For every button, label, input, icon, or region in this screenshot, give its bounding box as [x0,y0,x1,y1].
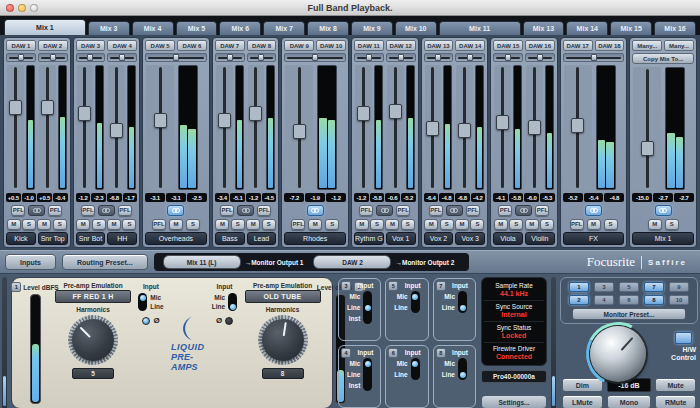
track-name-label[interactable]: Overheads [145,232,207,245]
pan-knob[interactable] [18,54,24,61]
pan-knob[interactable] [467,54,473,61]
monitor-output-1-button[interactable]: 1 [569,282,589,292]
channel-source-button[interactable]: DAW 11 [354,40,384,51]
stereo-link-button[interactable] [446,205,463,216]
fader-knob[interactable] [458,123,471,138]
tab-mix-9[interactable]: Mix 9 [351,21,393,35]
solo-button[interactable]: S [604,219,618,230]
pfl-button[interactable]: PFL [359,205,373,216]
pfl-button[interactable]: PFL [396,205,410,216]
mute-button[interactable]: M [648,219,662,230]
fader-knob[interactable] [528,120,541,135]
pan-slider[interactable] [424,53,454,62]
channel-fader[interactable] [77,65,94,190]
fader-knob[interactable] [426,121,439,136]
channel-source-button[interactable]: DAW 13 [424,40,454,51]
tab-mix-4[interactable]: Mix 4 [132,21,174,35]
channel-fader[interactable] [216,65,233,190]
pan-slider[interactable] [107,53,137,62]
pan-slider[interactable] [455,53,485,62]
pan-knob[interactable] [50,54,56,61]
channel-fader[interactable] [355,65,372,190]
track-name-label[interactable]: Rythm G [354,232,384,245]
pan-knob[interactable] [173,54,179,61]
fader-knob[interactable] [641,141,654,156]
phase-button-2[interactable] [225,317,233,325]
monitor-output-10-button[interactable]: 10 [669,295,689,305]
fader-knob[interactable] [110,123,123,138]
channel-source-button[interactable]: DAW 4 [107,40,137,51]
channel-source-button[interactable]: DAW 8 [247,40,277,51]
input-source-toggle[interactable] [411,358,420,380]
tab-mix-6[interactable]: Mix 6 [219,21,261,35]
pan-slider[interactable] [563,53,625,62]
pfl-button[interactable]: PFL [118,205,132,216]
channel-fader[interactable] [285,65,313,190]
fader-knob[interactable] [496,115,509,130]
channel-source-button[interactable]: Many... [632,40,662,51]
lmute-button[interactable]: LMute [562,395,603,408]
tab-mix-15[interactable]: Mix 15 [610,21,652,35]
solo-button[interactable]: S [540,219,554,230]
inputs-button[interactable]: Inputs [5,254,56,270]
mute-button[interactable]: M [169,219,183,230]
stereo-link-button[interactable] [515,205,532,216]
monitor-output-2-button[interactable]: 2 [569,295,589,305]
monitor-output-3-button[interactable]: 3 [594,282,614,292]
channel-source-button[interactable]: DAW 14 [455,40,485,51]
monitor-output-7-button[interactable]: 7 [644,282,664,292]
solo-button[interactable]: S [401,219,415,230]
pfl-button[interactable]: PFL [466,205,480,216]
monitor-output-4-button[interactable]: 4 [594,295,614,305]
phase-button-1[interactable] [142,317,150,325]
preamp-emulation-select-2[interactable]: OLD TUBE [245,290,321,303]
pfl-button[interactable]: PFL [48,205,62,216]
tab-mix-11[interactable]: Mix 11 [439,21,521,35]
fader-knob[interactable] [41,100,54,115]
stereo-link-button[interactable] [98,205,115,216]
pfl-button[interactable]: PFL [291,219,305,230]
track-name-label[interactable]: Vox 1 [386,232,416,245]
monitor-output2-source-select[interactable]: DAW 2 [313,255,391,269]
mute-button[interactable]: M [246,219,260,230]
input-source-toggle[interactable] [363,291,372,324]
mute-button[interactable]: M [355,219,369,230]
track-name-label[interactable]: Snr Top [38,232,68,245]
mute-button[interactable]: M [587,219,601,230]
stereo-link-button[interactable] [167,205,184,216]
fader-knob[interactable] [249,106,262,121]
channel-fader[interactable] [7,65,24,190]
monitor-output-8-button[interactable]: 8 [644,295,664,305]
channel-source-button[interactable]: DAW 2 [38,40,68,51]
harmonics-knob-2[interactable] [258,315,308,365]
channel-source-button[interactable]: DAW 16 [525,40,555,51]
tab-mix-3[interactable]: Mix 3 [88,21,130,35]
tab-mix-14[interactable]: Mix 14 [566,21,608,35]
mute-button[interactable]: M [525,219,539,230]
preamp-emulation-select-1[interactable]: FF RED 1 H [55,290,131,303]
fader-knob[interactable] [154,113,167,128]
channel-fader[interactable] [526,65,543,190]
fader-knob[interactable] [78,106,91,121]
solo-button[interactable]: S [22,219,36,230]
input-source-toggle[interactable] [458,291,467,313]
track-name-label[interactable]: Vox 3 [455,232,485,245]
tab-mix-1[interactable]: Mix 1 [4,19,86,35]
channel-fader[interactable] [39,65,56,190]
pan-knob[interactable] [312,54,318,61]
fader-knob[interactable] [571,118,584,133]
solo-button[interactable]: S [509,219,523,230]
fader-knob[interactable] [9,100,22,115]
solo-button[interactable]: S [122,219,136,230]
track-name-label[interactable]: Kick [6,232,36,245]
pan-knob[interactable] [398,54,404,61]
pan-slider[interactable] [247,53,277,62]
solo-button[interactable]: S [186,219,200,230]
channel-fader[interactable] [146,65,174,190]
rmute-button[interactable]: RMute [655,395,696,408]
track-name-label[interactable]: Bass [215,232,245,245]
channel-source-button[interactable]: DAW 1 [6,40,36,51]
tab-mix-13[interactable]: Mix 13 [523,21,565,35]
monitor-output-9-button[interactable]: 9 [669,282,689,292]
fader-knob[interactable] [218,113,231,128]
